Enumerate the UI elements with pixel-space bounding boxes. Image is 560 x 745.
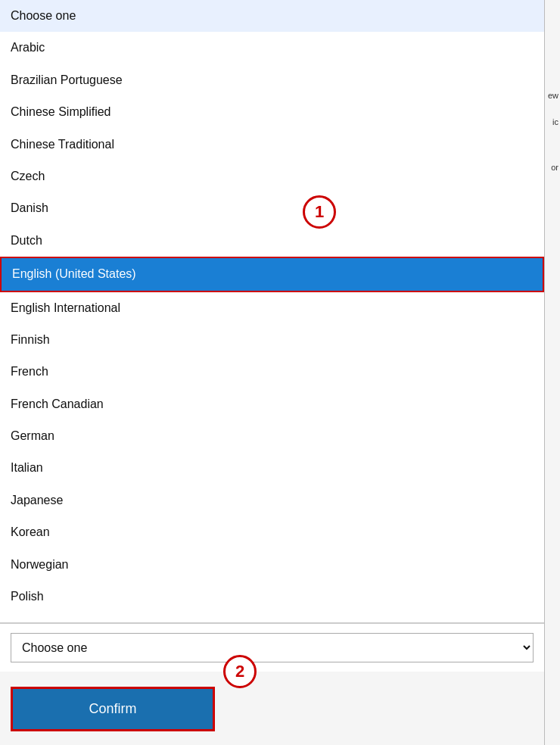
list-item[interactable]: Finnish xyxy=(0,324,544,356)
list-item[interactable]: French xyxy=(0,356,544,388)
bottom-dropdown-section: Choose oneArabicBrazilian PortugueseChin… xyxy=(0,623,544,672)
list-item[interactable]: Choose one xyxy=(0,0,544,32)
list-item[interactable]: Italian xyxy=(0,452,544,484)
list-item[interactable]: Norwegian xyxy=(0,549,544,581)
list-item[interactable]: Russian xyxy=(0,613,544,623)
list-item[interactable]: English International xyxy=(0,292,544,324)
list-item[interactable]: French Canadian xyxy=(0,388,544,420)
list-item[interactable]: Chinese Traditional xyxy=(0,129,544,161)
list-item[interactable]: Dutch xyxy=(0,225,544,257)
list-item[interactable]: Korean xyxy=(0,516,544,548)
list-item[interactable]: Arabic xyxy=(0,32,544,64)
list-item[interactable]: Polish xyxy=(0,581,544,613)
outer-container: ew ic or 1 Choose oneArabicBrazilian Por… xyxy=(0,0,560,745)
list-item[interactable]: English (United States) xyxy=(0,257,544,291)
main-panel: 1 Choose oneArabicBrazilian PortugueseCh… xyxy=(0,0,545,745)
list-item[interactable]: Japanese xyxy=(0,485,544,516)
confirm-area: 2 Confirm xyxy=(0,672,544,745)
list-item[interactable]: Brazilian Portuguese xyxy=(0,64,544,96)
language-dropdown[interactable]: Choose oneArabicBrazilian PortugueseChin… xyxy=(11,633,534,662)
bg-label-ic: ic xyxy=(552,117,558,126)
list-item[interactable]: Chinese Simplified xyxy=(0,96,544,128)
list-item[interactable]: Danish xyxy=(0,192,544,224)
confirm-button[interactable]: Confirm xyxy=(11,687,215,731)
list-item[interactable]: Czech xyxy=(0,161,544,192)
bg-label-or: or xyxy=(551,163,558,172)
bg-label-ew: ew xyxy=(548,91,558,100)
list-item[interactable]: German xyxy=(0,420,544,452)
language-list[interactable]: Choose oneArabicBrazilian PortugueseChin… xyxy=(0,0,544,623)
